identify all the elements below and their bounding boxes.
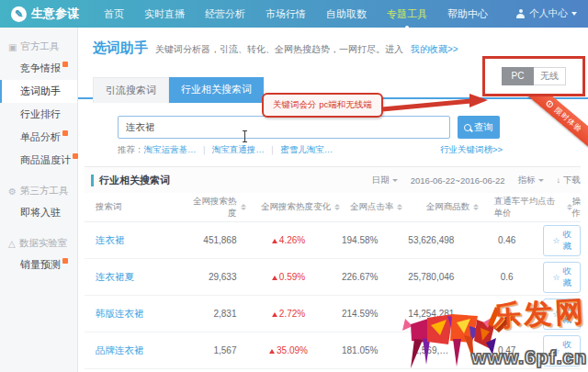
table-row: 连衣裙夏 29,633 0.59% 226.67% 25,780,046 0.6… (85, 259, 581, 296)
my-favorites-link[interactable]: 我的收藏>> (411, 43, 458, 56)
tab-traffic-words[interactable]: 引流搜索词 (93, 77, 169, 103)
annotation-highlight-box: PC 无线 (482, 56, 585, 96)
sidebar-section-lab: △ 数据实验室 销量预测 (0, 233, 77, 276)
app-logo[interactable]: ✎ 生意参谋 (11, 6, 79, 22)
up-arrow-icon (269, 349, 275, 354)
column-header: 全网商品数 (411, 201, 494, 213)
page-subtitle: 关键词分析器，引流、转化、全网热搜趋势，一网打尽。进入 (155, 43, 403, 56)
user-menu-label: 个人中心 (529, 7, 568, 20)
search-button-label: 查询 (474, 121, 493, 134)
sort-icon[interactable] (334, 204, 340, 210)
recommend-link[interactable]: 淘宝直通搜… (212, 144, 265, 156)
top-navbar: ✎ 生意参谋 首页 实时直播 经营分析 市场行情 自助取数 专题工具 帮助中心 … (0, 0, 588, 28)
new-badge-icon (62, 130, 68, 136)
limited-time-ribbon[interactable]: 限时体验 (527, 95, 588, 148)
toggle-wireless-button[interactable]: 无线 (534, 67, 566, 85)
sidebar-item-product-analysis[interactable]: 单品分析 (0, 126, 77, 149)
favorite-button[interactable]: ☆收藏 (543, 225, 581, 256)
sidebar-section-title: ⚙ 第三方工具 (0, 181, 77, 201)
star-icon: ☆ (552, 273, 560, 282)
clock-icon (545, 99, 554, 108)
nav-item-market[interactable]: 市场行情 (266, 7, 306, 21)
nav-item-live[interactable]: 实时直播 (144, 7, 185, 21)
nav-item-topic-tools[interactable]: 专题工具 (387, 7, 427, 21)
sidebar-item-industry-rank[interactable]: 行业排行 (0, 103, 77, 126)
industry-keyword-rank-link[interactable]: 行业关键词榜>> (440, 144, 503, 156)
recommend-link[interactable]: 蜜雪儿淘宝… (280, 144, 333, 156)
table-row: 韩版连衣裙 2,831 2.72% 214.59% 14,254,281 ☆收藏 (85, 296, 581, 333)
table-header-row: 搜索词 全网搜索热度 全网搜索热度变化 全网点击率 全网商品数 直通车平均点击单… (85, 193, 581, 222)
tab-bar: 引流搜索词 行业相关搜索词 (93, 77, 264, 103)
favorite-button[interactable]: ☆收藏 (543, 262, 581, 293)
table-controls: 日期 2016-06-22~2016-06-22 指标 ↓ 下载 (372, 175, 581, 186)
annotation-note: 关键词会分 pc端和无线端 (262, 93, 383, 118)
download-icon: ↓ (557, 175, 561, 185)
recommend-row: 推荐： 淘宝运营基… ｜ 淘宝直通搜… ｜ 蜜雪儿淘宝… 行业关键词榜>> (118, 144, 581, 156)
search-button[interactable]: 查询 (458, 116, 500, 139)
chevron-down-icon (571, 12, 577, 16)
keyword-link[interactable]: 品牌连衣裙 (96, 344, 144, 355)
nav-item-help[interactable]: 帮助中心 (447, 7, 488, 21)
sort-icon[interactable] (397, 204, 402, 210)
sidebar-section-official: ▣ 官方工具 竞争情报 选词助手 行业排行 单品分析 商品温度计 (0, 37, 77, 172)
column-header: 操作 (572, 196, 582, 220)
chevron-down-icon (538, 179, 544, 182)
date-dropdown[interactable]: 日期 (372, 175, 398, 186)
column-header: 全网搜索热度 (187, 196, 259, 220)
sidebar-item-coming-soon[interactable]: 即将入驻 (0, 201, 77, 224)
text-cursor-pointer (242, 130, 248, 142)
table-section-title: 行业相关搜索词 (99, 174, 170, 187)
metric-dropdown[interactable]: 指标 (518, 175, 544, 186)
table-row: 品牌连衣裙 1,567 35.09% 181.05% 1,569,… 0.47 … (85, 333, 581, 369)
up-arrow-icon (272, 312, 277, 317)
app-window: ✎ 生意参谋 首页 实时直播 经营分析 市场行情 自助取数 专题工具 帮助中心 … (0, 0, 588, 372)
search-icon (464, 124, 471, 131)
gear-icon: ⚙ (8, 186, 17, 197)
user-icon (515, 9, 526, 18)
recommend-link[interactable]: 淘宝运营基… (144, 144, 197, 156)
nav-item-home[interactable]: 首页 (104, 7, 124, 21)
keywords-table: 搜索词 全网搜索热度 全网搜索热度变化 全网点击率 全网商品数 直通车平均点击单… (85, 193, 581, 369)
download-button[interactable]: ↓ 下载 (557, 175, 582, 186)
sort-icon[interactable] (241, 204, 246, 210)
keyword-link[interactable]: 连衣裙 (96, 234, 125, 245)
chevron-down-icon (392, 179, 398, 182)
up-arrow-icon (272, 276, 277, 280)
favorite-button[interactable]: ☆收藏 (543, 299, 581, 330)
keyword-link[interactable]: 连衣裙夏 (96, 271, 134, 282)
search-bar: 查询 (118, 116, 500, 139)
sidebar-section-title: △ 数据实验室 (0, 233, 77, 254)
sidebar-section-title: ▣ 官方工具 (0, 37, 77, 57)
pen-logo-icon: ✎ (11, 6, 27, 22)
table-row: 连衣裙 451,868 4.26% 194.58% 53,626,498 0.4… (85, 222, 581, 259)
annotation-arrow-icon (379, 88, 492, 118)
app-logo-label: 生意参谋 (31, 6, 79, 22)
sidebar-item-competition[interactable]: 竞争情报 (0, 57, 77, 80)
sort-icon[interactable] (473, 204, 479, 210)
column-header: 搜索词 (85, 201, 187, 213)
favorite-button[interactable]: ☆收藏 (543, 335, 581, 366)
new-badge-icon (62, 62, 68, 67)
user-menu[interactable]: 个人中心 (515, 7, 577, 20)
new-badge-icon (62, 258, 68, 264)
keyword-link[interactable]: 韩版连衣裙 (96, 308, 144, 319)
sidebar-item-thermometer[interactable]: 商品温度计 (0, 149, 77, 172)
recommend-label: 推荐： (118, 144, 144, 156)
column-header: 直通车平均点击单价 (494, 196, 572, 220)
date-range-value[interactable]: 2016-06-22~2016-06-22 (411, 175, 505, 186)
nav-item-data[interactable]: 自助取数 (326, 7, 367, 21)
sidebar-item-sales-forecast[interactable]: 销量预测 (0, 254, 77, 276)
separator: ｜ (200, 144, 209, 156)
toggle-pc-button[interactable]: PC (502, 67, 534, 85)
sidebar: ▣ 官方工具 竞争情报 选词助手 行业排行 单品分析 商品温度计 ⚙ 第三方工具… (0, 28, 78, 372)
device-toggle: PC 无线 (502, 67, 566, 85)
sidebar-section-thirdparty: ⚙ 第三方工具 即将入驻 (0, 181, 77, 224)
official-tools-icon: ▣ (8, 42, 17, 52)
nav-item-analysis[interactable]: 经营分析 (205, 7, 245, 21)
ribbon-container: 限时体验 (527, 95, 588, 148)
keyword-search-input[interactable] (118, 116, 450, 139)
column-header: 全网点击率 (342, 201, 411, 213)
separator: ｜ (268, 144, 277, 156)
sidebar-item-word-helper[interactable]: 选词助手 (0, 80, 77, 103)
tab-industry-related-words[interactable]: 行业相关搜索词 (169, 77, 264, 103)
